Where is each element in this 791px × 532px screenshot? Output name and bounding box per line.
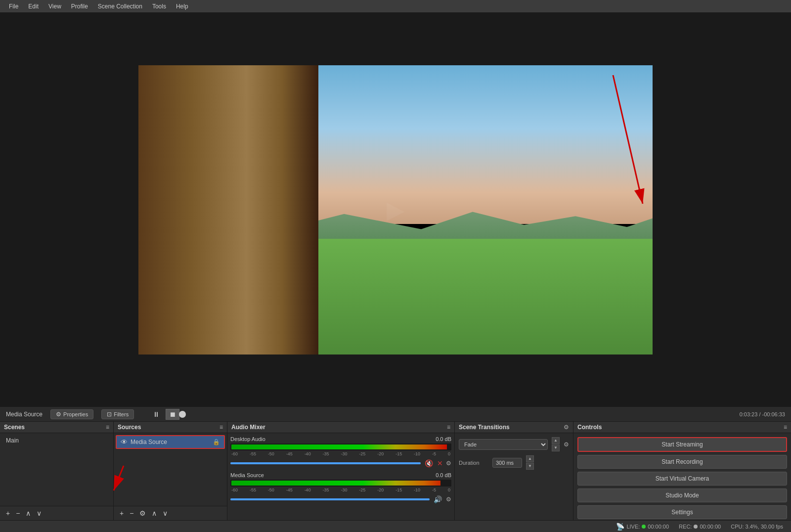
audio-desktop-meter-bg xyxy=(231,444,450,449)
menu-file[interactable]: File xyxy=(4,1,23,12)
rec-label: REC: xyxy=(679,524,692,530)
source-item-media[interactable]: 👁 Media Source 🔒 xyxy=(116,435,225,449)
audio-media-db: 0.0 dB xyxy=(436,472,451,478)
controls-title: Controls xyxy=(577,424,602,431)
sources-up-button[interactable]: ∧ xyxy=(150,508,159,518)
audio-media-volume-fill xyxy=(230,498,430,500)
audio-desktop-header: Desktop Audio 0.0 dB xyxy=(230,436,451,442)
studio-mode-button[interactable]: Studio Mode xyxy=(577,488,787,502)
transition-gear-icon[interactable]: ⚙ xyxy=(564,441,569,448)
menubar: File Edit View Profile Scene Collection … xyxy=(0,0,791,13)
menu-tools[interactable]: Tools xyxy=(147,1,171,12)
audio-desktop-controls: 🔇 ✕ ⚙ xyxy=(230,458,451,468)
audio-media-name: Media Source xyxy=(230,472,264,478)
scenes-header: Scenes ≡ xyxy=(0,422,113,433)
duration-input[interactable] xyxy=(492,458,522,468)
scenes-down-button[interactable]: ∨ xyxy=(35,508,44,518)
audio-desktop-volume-slider[interactable] xyxy=(230,462,421,464)
start-streaming-button[interactable]: Start Streaming xyxy=(577,437,787,452)
scenes-up-button[interactable]: ∧ xyxy=(24,508,33,518)
stop-button[interactable]: ⏹ xyxy=(166,409,179,420)
transitions-settings-icon[interactable]: ⚙ xyxy=(564,424,569,431)
filters-button[interactable]: ⊡ Filters xyxy=(101,409,134,419)
sources-toolbar: + − ⚙ ∧ ∨ xyxy=(114,506,227,520)
source-lock-icon[interactable]: 🔒 xyxy=(213,439,220,445)
timecode-display: 0:03:23 / -00:06:33 xyxy=(740,411,785,417)
scenes-menu-icon[interactable]: ≡ xyxy=(106,424,109,431)
audio-media-meter-bg xyxy=(231,481,450,486)
filter-icon: ⊡ xyxy=(107,411,112,418)
transition-spinner-down[interactable]: ▼ xyxy=(552,444,560,451)
transitions-content: Fade Cut Swipe Slide Stinger Luma Wipe ▲… xyxy=(455,433,573,520)
audio-list: Desktop Audio 0.0 dB -60-55-50-45-40-35-… xyxy=(227,433,454,520)
live-time: 00:00:00 xyxy=(648,524,669,530)
duration-spinner-up[interactable]: ▲ xyxy=(526,455,534,462)
start-virtual-camera-button[interactable]: Start Virtual Camera xyxy=(577,472,787,486)
progress-thumb xyxy=(179,411,186,418)
live-label: LIVE: xyxy=(626,524,640,530)
audio-media-mute-button[interactable]: 🔊 xyxy=(433,494,443,504)
audio-desktop-meter-fill xyxy=(447,443,451,450)
menu-help[interactable]: Help xyxy=(171,1,193,12)
cpu-info: CPU: 3.4%, 30.00 fps xyxy=(731,524,783,530)
media-label-bar: Media Source ⚙ Properties ⊡ Filters ⏸ ⏹ … xyxy=(0,406,791,421)
live-dot xyxy=(642,525,646,529)
statusbar: 📡 LIVE: 00:00:00 REC: 00:00:00 CPU: 3.4%… xyxy=(0,520,791,532)
audio-media-settings-button[interactable]: ⚙ xyxy=(446,496,451,503)
progress-container: ⏸ ⏹ xyxy=(150,409,182,420)
gear-icon: ⚙ xyxy=(56,411,61,418)
media-source-label: Media Source xyxy=(6,411,43,418)
broadcast-icon: 📡 xyxy=(616,523,624,531)
menu-profile[interactable]: Profile xyxy=(66,1,93,12)
scenes-remove-button[interactable]: − xyxy=(14,508,22,518)
audio-desktop-mute-indicator: ✕ xyxy=(437,459,443,467)
sources-remove-button[interactable]: − xyxy=(128,508,135,518)
media-toolbar-left: Media Source ⚙ Properties ⊡ Filters ⏸ ⏹ xyxy=(6,409,190,420)
preview-canvas: ▶ xyxy=(138,65,653,355)
scenes-panel: Scenes ≡ Main + − ∧ ∨ xyxy=(0,422,114,520)
properties-button[interactable]: ⚙ Properties xyxy=(50,409,93,419)
audio-header: Audio Mixer ≡ xyxy=(227,422,454,433)
controls-menu-icon[interactable]: ≡ xyxy=(784,424,787,431)
scenes-add-button[interactable]: + xyxy=(4,508,12,518)
start-recording-button[interactable]: Start Recording xyxy=(577,455,787,469)
audio-desktop-mute-button[interactable]: 🔇 xyxy=(424,458,434,468)
source-visibility-icon[interactable]: 👁 xyxy=(121,438,128,446)
transition-type-select[interactable]: Fade Cut Swipe Slide Stinger Luma Wipe xyxy=(459,439,548,450)
transitions-panel: Scene Transitions ⚙ Fade Cut Swipe Slide… xyxy=(455,422,573,520)
audio-desktop-settings-button[interactable]: ⚙ xyxy=(446,460,451,467)
sources-add-button[interactable]: + xyxy=(118,508,126,518)
transition-duration-row: Duration ▲ ▼ xyxy=(459,455,569,470)
sources-down-button[interactable]: ∨ xyxy=(161,508,170,518)
preview-container: ▶ xyxy=(0,13,791,406)
bottom-panels: Scenes ≡ Main + − ∧ ∨ Sources ≡ 👁 Media … xyxy=(0,421,791,520)
sources-list: 👁 Media Source 🔒 xyxy=(114,433,227,506)
transition-spinner-up[interactable]: ▲ xyxy=(552,437,560,444)
rec-time: 00:00:00 xyxy=(700,524,721,530)
menu-scene-collection[interactable]: Scene Collection xyxy=(93,1,147,12)
duration-spinner-down[interactable]: ▼ xyxy=(526,463,534,470)
audio-desktop-meter xyxy=(230,443,451,450)
scenes-title: Scenes xyxy=(4,424,25,431)
sources-title: Sources xyxy=(118,424,141,431)
sources-menu-icon[interactable]: ≡ xyxy=(220,424,223,431)
menu-view[interactable]: View xyxy=(44,1,66,12)
settings-button[interactable]: Settings xyxy=(577,505,787,519)
transition-type-spinner: ▲ ▼ xyxy=(552,437,560,451)
controls-panel: Controls ≡ Start Streaming Start Recordi… xyxy=(573,422,791,520)
sources-settings-button[interactable]: ⚙ xyxy=(137,508,148,518)
pause-button[interactable]: ⏸ xyxy=(150,409,163,419)
audio-desktop-db: 0.0 dB xyxy=(436,436,451,442)
rec-dot xyxy=(694,525,698,529)
status-live-container: 📡 LIVE: 00:00:00 xyxy=(616,523,669,531)
scenes-list: Main xyxy=(0,433,113,506)
transitions-header: Scene Transitions ⚙ xyxy=(455,422,573,433)
transition-type-row: Fade Cut Swipe Slide Stinger Luma Wipe ▲… xyxy=(459,437,569,451)
audio-mixer-panel: Audio Mixer ≡ Desktop Audio 0.0 dB -60-5… xyxy=(227,422,455,520)
audio-scale-1: -60-55-50-45-40-35-30-25-20-15-10-50 xyxy=(230,451,451,456)
audio-media-volume-slider[interactable] xyxy=(230,498,430,500)
scene-item-main[interactable]: Main xyxy=(2,435,111,446)
controls-header: Controls ≡ xyxy=(573,422,791,433)
menu-edit[interactable]: Edit xyxy=(23,1,44,12)
audio-menu-icon[interactable]: ≡ xyxy=(447,424,450,431)
